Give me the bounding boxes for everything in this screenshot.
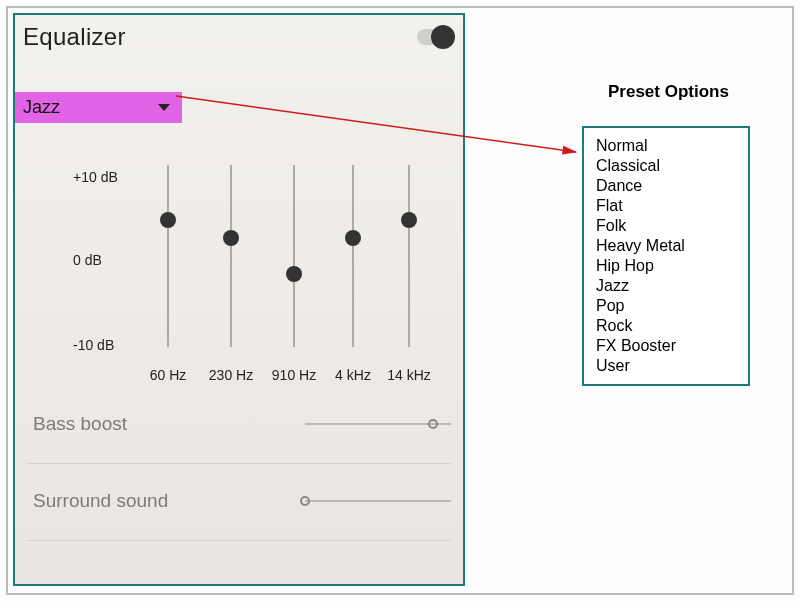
preset-option: Hip Hop bbox=[596, 256, 736, 276]
preset-option: Normal bbox=[596, 136, 736, 156]
band-label: 60 Hz bbox=[150, 367, 187, 383]
chevron-down-icon bbox=[158, 104, 170, 111]
slider-thumb[interactable] bbox=[300, 496, 310, 506]
band-thumb[interactable] bbox=[160, 212, 176, 228]
equalizer-toggle[interactable] bbox=[417, 29, 451, 45]
surround-sound-row: Surround sound bbox=[15, 490, 463, 512]
preset-options-callout: NormalClassicalDanceFlatFolkHeavy MetalH… bbox=[582, 126, 750, 386]
preset-option: Jazz bbox=[596, 276, 736, 296]
divider bbox=[27, 540, 451, 541]
bass-boost-slider[interactable] bbox=[305, 423, 451, 425]
preset-option: Heavy Metal bbox=[596, 236, 736, 256]
surround-sound-slider[interactable] bbox=[305, 500, 451, 502]
eq-band-230hz[interactable]: 230 Hz bbox=[201, 155, 261, 385]
band-thumb[interactable] bbox=[345, 230, 361, 246]
band-label: 910 Hz bbox=[272, 367, 316, 383]
band-thumb[interactable] bbox=[286, 266, 302, 282]
preset-option: FX Booster bbox=[596, 336, 736, 356]
annotation-title: Preset Options bbox=[608, 82, 729, 102]
band-thumb[interactable] bbox=[401, 212, 417, 228]
preset-option: Folk bbox=[596, 216, 736, 236]
eq-bands-area: +10 dB 0 dB -10 dB 60 Hz 230 Hz 910 Hz 4 bbox=[63, 155, 443, 405]
bass-boost-row: Bass boost bbox=[15, 413, 463, 435]
preset-dropdown[interactable]: Jazz bbox=[15, 92, 182, 123]
band-track bbox=[167, 165, 169, 347]
preset-selected-label: Jazz bbox=[23, 97, 60, 118]
db-label-mid: 0 dB bbox=[73, 252, 102, 268]
band-track bbox=[352, 165, 354, 347]
eq-band-14khz[interactable]: 14 kHz bbox=[379, 155, 439, 385]
slider-thumb[interactable] bbox=[428, 419, 438, 429]
eq-band-910hz[interactable]: 910 Hz bbox=[264, 155, 324, 385]
page-title: Equalizer bbox=[23, 23, 126, 51]
preset-option: Rock bbox=[596, 316, 736, 336]
db-label-top: +10 dB bbox=[73, 169, 118, 185]
preset-option: Classical bbox=[596, 156, 736, 176]
preset-option: Flat bbox=[596, 196, 736, 216]
divider bbox=[27, 463, 451, 464]
eq-band-4khz[interactable]: 4 kHz bbox=[323, 155, 383, 385]
band-track bbox=[293, 165, 295, 347]
preset-option: User bbox=[596, 356, 736, 376]
db-label-bot: -10 dB bbox=[73, 337, 114, 353]
band-thumb[interactable] bbox=[223, 230, 239, 246]
band-track bbox=[408, 165, 410, 347]
band-label: 4 kHz bbox=[335, 367, 371, 383]
surround-sound-label: Surround sound bbox=[33, 490, 168, 512]
panel-header: Equalizer bbox=[15, 15, 463, 61]
band-track bbox=[230, 165, 232, 347]
toggle-knob bbox=[431, 25, 455, 49]
band-label: 230 Hz bbox=[209, 367, 253, 383]
eq-band-60hz[interactable]: 60 Hz bbox=[138, 155, 198, 385]
preset-option: Pop bbox=[596, 296, 736, 316]
bass-boost-label: Bass boost bbox=[33, 413, 127, 435]
band-label: 14 kHz bbox=[387, 367, 431, 383]
equalizer-panel: Equalizer Jazz +10 dB 0 dB -10 dB 60 Hz … bbox=[13, 13, 465, 586]
preset-option: Dance bbox=[596, 176, 736, 196]
